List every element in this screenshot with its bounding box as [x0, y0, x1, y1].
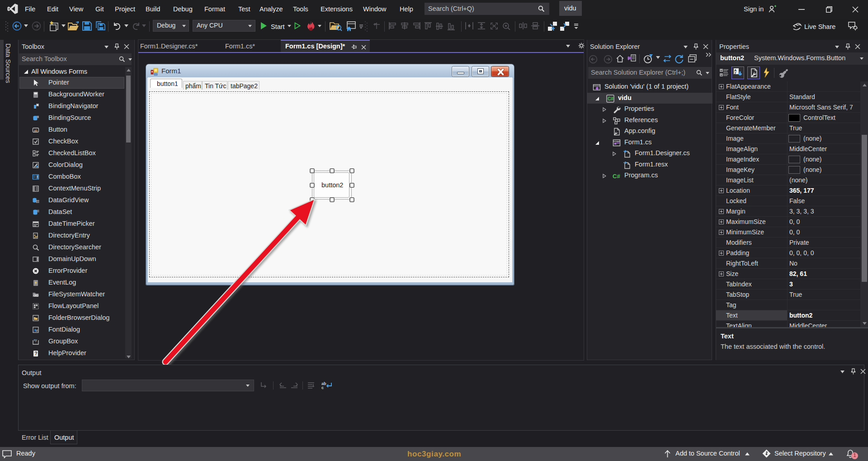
svg-text:C#: C# — [613, 173, 620, 180]
svg-text:c: c — [321, 385, 324, 390]
svg-text:?: ? — [35, 351, 38, 356]
svg-text:C#: C# — [608, 96, 613, 101]
svg-text:xy: xy — [34, 338, 38, 342]
svg-text:ab: ab — [34, 129, 38, 132]
svg-text:Z: Z — [734, 71, 736, 76]
